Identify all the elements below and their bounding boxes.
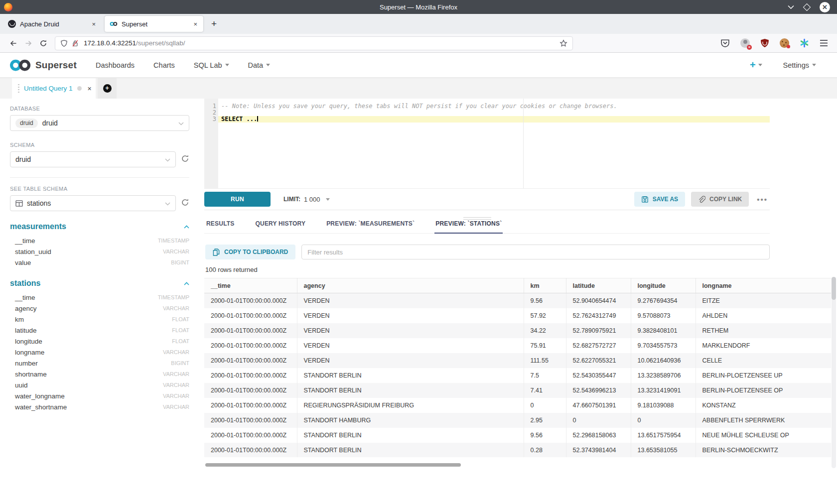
table-cell: 9.7034557573 [631,338,696,353]
refresh-schemas-icon[interactable] [181,154,189,165]
extension-asterisk-icon[interactable] [800,38,809,48]
rows-returned-text: 100 rows returned [205,266,837,273]
superset-logo[interactable]: Superset [9,58,77,72]
minimize-icon[interactable] [788,5,794,9]
account-disabled-icon[interactable] [740,38,750,48]
hamburger-menu-icon[interactable] [820,39,828,47]
table-cell: STANDORT HAMBURG [297,413,524,428]
sql-editor[interactable]: 123 -- Note: Unless you save your query,… [204,99,770,188]
reload-button[interactable] [36,36,51,50]
window-close-icon[interactable]: ✕ [820,2,830,12]
titlebar[interactable]: Superset — Mozilla Firefox ✕ [0,0,837,14]
settings-menu[interactable]: Settings [783,61,816,69]
table-cell: BERLIN-PLOETZENSEE UP [696,368,831,383]
table-cell: MARKLENDORF [696,338,831,353]
results-section: RESULTSQUERY HISTORYPREVIEW: `MEASUREMEN… [204,216,837,467]
table-cell: VERDEN [297,338,524,353]
tab-close-icon[interactable]: × [192,20,198,28]
column-type: BIGINT [171,259,189,265]
table-cell: BERLIN-SCHMOECKWITZ [696,443,831,458]
column-header[interactable]: longitude [631,278,696,293]
bookmark-star-icon[interactable] [559,39,567,47]
copy-to-clipboard-button[interactable]: COPY TO CLIPBOARD [205,245,295,259]
cookie-icon[interactable] [780,38,789,48]
lock-insecure-icon[interactable] [72,39,79,47]
ublock-origin-icon[interactable] [760,38,769,48]
table-cell: 0 [631,413,696,428]
browser-tab-superset[interactable]: Superset × [105,16,203,32]
chevron-down-icon [758,64,762,66]
column-header[interactable]: km [524,278,566,293]
text-cursor [257,116,258,122]
resize-handle[interactable] [463,217,491,221]
schema-label: SCHEMA [10,142,189,148]
nav-sql-lab[interactable]: SQL Lab [194,61,229,69]
table-cell: VERDEN [297,323,524,338]
table-row: 2000-01-01T00:00:00.000ZSTANDORT BERLIN7… [204,368,831,383]
query-tab[interactable]: Untitled Query 1 × [12,78,96,99]
drag-grip-icon[interactable] [18,84,19,93]
more-menu-icon[interactable]: ••• [755,195,770,204]
run-button[interactable]: RUN [204,192,271,207]
table-cell: 52.3743981404 [566,443,631,458]
url-bar[interactable]: 172.18.0.4:32251/superset/sqllab/ [55,36,573,50]
table-section-header[interactable]: stations [10,279,189,288]
refresh-tables-icon[interactable] [181,198,189,209]
nav-dashboards[interactable]: Dashboards [96,61,135,69]
table-icon [15,200,23,207]
column-header[interactable]: agency [297,278,524,293]
back-button[interactable] [6,36,21,50]
schema-select[interactable]: druid [10,151,176,167]
column-name: water_longname [15,392,65,400]
shield-icon[interactable] [60,39,68,47]
add-query-tab-button[interactable]: + [98,78,117,99]
table-section-header[interactable]: measurements [10,222,189,231]
filter-results-input[interactable] [301,245,770,259]
vscroll-thumb[interactable] [832,277,836,300]
table-cell: 2000-01-01T00:00:00.000Z [204,383,297,398]
new-item-button[interactable]: + [750,59,762,71]
horizontal-scrollbar[interactable] [204,463,837,467]
vertical-scrollbar[interactable] [832,277,836,468]
restore-icon[interactable] [803,3,811,11]
tab-close-icon[interactable]: × [91,20,97,28]
table-cell: 75.91 [524,338,566,353]
table-cell: 9.3828408101 [631,323,696,338]
database-select[interactable]: druid druid [10,115,189,131]
table-cell: EITZE [696,293,831,308]
results-tab[interactable]: RESULTS [205,216,236,233]
query-tab-bar: Untitled Query 1 × + [0,78,837,99]
table-row: 2000-01-01T00:00:00.000ZVERDEN111.5552.6… [204,353,831,368]
column-header[interactable]: latitude [566,278,631,293]
table-cell: 52.6827572727 [566,338,631,353]
limit-label: LIMIT: [283,196,300,203]
table-cell: 2.95 [524,413,566,428]
table-cell: 0.28 [524,443,566,458]
copy-link-button[interactable]: COPY LINK [691,192,749,207]
tab-label: Superset [122,20,192,28]
editor-line-empty [218,110,770,116]
forward-button[interactable] [21,36,36,50]
query-tab-close-icon[interactable]: × [88,85,92,93]
save-icon [641,196,649,203]
table-cell: 2000-01-01T00:00:00.000Z [204,413,297,428]
new-tab-button[interactable]: + [206,18,222,29]
table-row: 2000-01-01T00:00:00.000ZSTANDORT BERLIN9… [204,428,831,443]
browser-tab-druid[interactable]: Apache Druid × [3,16,102,32]
limit-dropdown[interactable]: LIMIT: 1 000 [283,196,330,203]
editor-line-comment: -- Note: Unless you save your query, the… [218,103,770,110]
save-as-button[interactable]: SAVE AS [634,192,685,207]
column-type: VARCHAR [163,349,189,355]
nav-charts[interactable]: Charts [153,61,175,69]
table-select[interactable]: stations [10,195,176,211]
column-type: FLOAT [172,316,189,322]
pocket-icon[interactable] [720,38,730,48]
column-header[interactable]: __time [204,278,297,293]
table-cell: 52.5430355447 [566,368,631,383]
results-tab[interactable]: QUERY HISTORY [255,216,307,233]
column-header[interactable]: longname [696,278,831,293]
nav-data[interactable]: Data [248,61,271,69]
column-name: number [15,360,38,367]
results-tab[interactable]: PREVIEW: `MEASUREMENTS` [325,216,416,233]
hscroll-thumb[interactable] [205,463,461,467]
